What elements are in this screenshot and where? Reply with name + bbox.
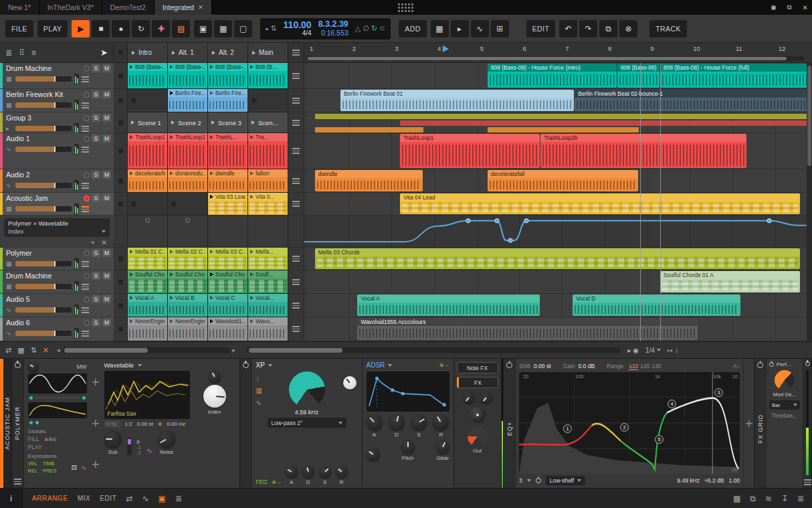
launcher-clip[interactable]: Berlin Fire... [168,89,208,112]
track-header[interactable]: PolymerSM▦ [0,248,114,270]
record-arm-button[interactable] [84,66,90,72]
osc-mod-routing[interactable] [28,395,87,401]
launcher-scrollbar[interactable] [63,347,230,353]
arranger-clip[interactable]: Vocal A [357,294,540,316]
scene-header[interactable]: Alt. 2 [208,43,248,62]
clip-play-icon[interactable] [170,272,173,276]
arranger-scrollbar[interactable] [246,347,621,353]
index-knob[interactable]: Index [203,385,226,415]
empty-clip-slot[interactable] [128,193,168,215]
osc-waveform-display[interactable] [28,373,87,394]
eq-range-option[interactable]: ±10 [629,363,638,370]
expression-label[interactable]: VEL [28,460,37,467]
launcher-clip[interactable]: Mella 03 C... [208,248,248,270]
delete-icon[interactable]: ⊗ [619,20,637,37]
redo-icon[interactable]: ↷ [579,20,597,37]
xp-resonance-knob[interactable] [343,376,357,390]
clip-play-icon[interactable] [250,195,253,199]
clip-play-icon[interactable] [211,120,215,124]
clip-stop-button[interactable] [114,63,127,89]
solo-button[interactable]: S [92,114,100,122]
track-io-toggle-icon[interactable]: ≣ [5,48,12,58]
empty-clip-slot[interactable] [248,89,288,112]
automation-clip-slot[interactable] [128,216,168,247]
add-envelope-icon[interactable] [92,461,99,468]
arranger-clip[interactable]: dwindle [315,170,423,191]
clip-play-icon[interactable] [250,250,253,254]
display-profile-icon[interactable]: ▦ [733,494,740,503]
sync-badge[interactable]: SYNC [104,421,120,427]
track-menu-icon[interactable] [82,147,89,153]
track-header[interactable]: Audio 1SM∿ [0,133,114,169]
snap-settings-icon[interactable]: ◉ [633,347,639,354]
sort-icon[interactable]: ⇅ [31,346,37,355]
adsr-knobs-knob[interactable]: A [367,414,383,438]
scene-row-options[interactable] [288,89,304,112]
clip-play-icon[interactable] [130,171,133,175]
launcher-clip[interactable]: Mella 01 C... [128,248,168,270]
clip-stop-button[interactable] [114,169,127,193]
track-header[interactable]: Audio 5SM∿ [0,294,114,317]
tempo-value[interactable]: 110.00 [284,20,312,30]
play-mode-label[interactable]: PLAY [28,444,42,450]
xy-pad-ball[interactable] [470,407,486,423]
launcher-clip[interactable]: dwindle [208,169,248,192]
scene-row-options[interactable] [288,193,304,216]
xp-mode-icon[interactable]: ▥ [256,387,262,394]
eq-band-type-select[interactable]: Low-shelf [546,476,585,485]
scene-options-header[interactable] [288,43,304,62]
solo-button[interactable]: S [92,194,100,202]
sync-semitone-value[interactable]: 0.00 st [137,421,153,427]
pointer-tool-icon[interactable]: ➤ [100,48,108,58]
launcher-clip[interactable]: Vita 0... [248,193,288,215]
eq-band-handle[interactable]: 4 [668,400,676,408]
arranger-clip[interactable]: 808 (Bass-08) - House Force (full) [660,64,807,88]
track-header[interactable]: Audio 2SM∿ [0,169,114,193]
volume-slider[interactable] [15,206,72,211]
undo-icon[interactable]: ↶ [559,20,577,37]
restore-window-icon[interactable]: ⧉ [787,3,791,11]
adsr-knobs-knob[interactable]: S [411,414,427,438]
polymer-power-button[interactable] [15,362,21,368]
fx-button[interactable]: FX [457,377,498,388]
adsr-bottom-knobs-knob[interactable] [367,448,380,461]
duplicate-icon[interactable]: ⧉ [599,20,617,37]
xp-feg-knobs-knob[interactable]: A [286,466,298,485]
clip-play-icon[interactable] [251,120,255,124]
perf-module-label[interactable]: Perf... [777,361,791,367]
track-menu-icon[interactable] [82,261,89,267]
xp-feg-knobs-knob[interactable]: R [336,466,348,485]
track-header[interactable]: Audio 6SM∿ [0,317,114,341]
track-menu-icon[interactable] [82,126,89,132]
automation-clear-button[interactable]: ✕ [102,239,107,246]
clip-play-icon[interactable] [210,296,213,300]
arranger-clip[interactable]: Mella 03 Chords [315,248,800,269]
adsr-envelope-display[interactable] [367,371,449,412]
fill-label[interactable]: FILL [28,436,39,442]
launcher-clip[interactable]: dorianredu... [168,169,208,192]
eq-auto-gain-icon[interactable]: A↕ [733,363,740,369]
device-track-strip[interactable]: ACOUSTIC JAM [0,359,12,488]
clip-play-icon[interactable] [250,319,253,323]
download-icon[interactable]: ↧ [781,494,788,503]
zoom-fit-icon[interactable]: ↦ [668,347,673,354]
hamburger-icon[interactable] [804,479,811,485]
scroll-left-icon[interactable]: ◂ [54,347,63,353]
pre-roll-icon[interactable]: ∅ [363,24,369,33]
adsr-device-name[interactable]: ADSR [367,361,385,369]
add-instrument-track-icon[interactable]: ▦ [431,20,449,37]
clip-play-icon[interactable] [210,65,213,69]
launcher-focus-icon[interactable]: ▣ [159,494,166,503]
project-tab[interactable]: DemoTest2 [102,0,155,15]
track-menu-icon[interactable] [82,284,89,290]
record-arm-button[interactable] [84,195,90,201]
loop-icon[interactable]: ↻ [371,24,377,33]
volume-slider[interactable] [15,284,72,289]
xp-cutoff-knob[interactable] [289,371,325,408]
snap-icon[interactable]: ⇄ [126,494,132,503]
launcher-clip[interactable]: Soulful Cho... [168,270,208,293]
mute-button[interactable]: M [102,90,111,98]
sub-octave-option[interactable]: -1 [137,445,141,450]
mute-button[interactable]: M [102,319,111,327]
punch-region-icon[interactable]: ⊂ [379,24,385,33]
